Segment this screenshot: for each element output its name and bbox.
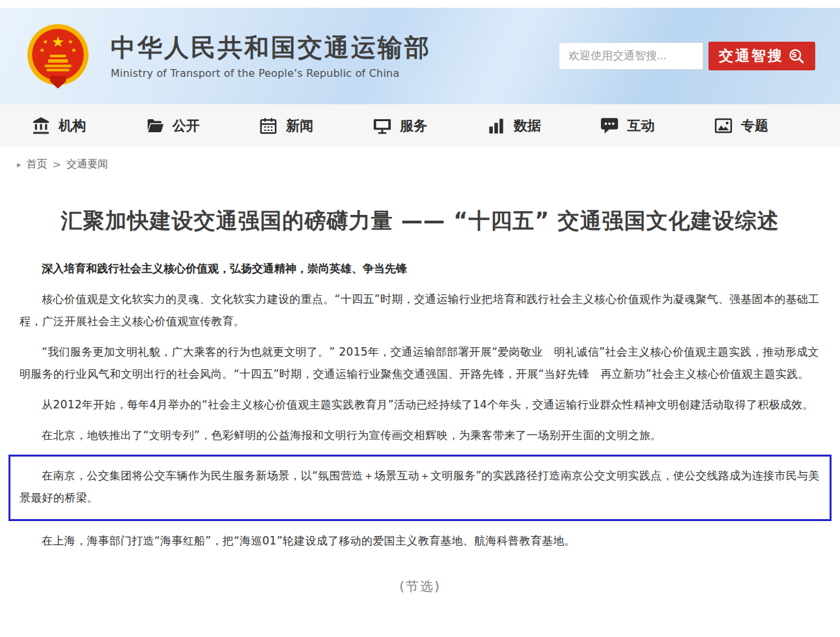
search-area: 交通智搜 S <box>559 42 815 70</box>
breadcrumb: ▸ 首页 > 交通要闻 <box>0 147 840 178</box>
article-lead: 深入培育和践行社会主义核心价值观，弘扬交通精神，崇尚英雄、争当先锋 <box>20 258 820 279</box>
article-paragraph: 从2012年开始，每年4月举办的“社会主义核心价值观主题实践教育月”活动已经持续… <box>20 393 820 416</box>
nav-item-services[interactable]: 服务 <box>372 116 427 135</box>
magnifier-s-icon: S <box>788 48 805 64</box>
site-title: 中华人民共和国交通运输部 <box>111 33 431 64</box>
page-header: ★ ★ ★ ★ ★ 中华人民共和国交通运输部 Ministry of Trans… <box>0 8 840 104</box>
svg-text:★: ★ <box>71 46 76 53</box>
svg-text:S: S <box>792 50 799 59</box>
article-paragraph: 核心价值观是文化软实力的灵魂、文化软实力建设的重点。“十四五”时期，交通运输行业… <box>20 288 820 332</box>
folder-icon <box>145 116 165 135</box>
breadcrumb-separator: > <box>53 158 61 171</box>
bar-chart-icon <box>486 116 506 135</box>
highlighted-paragraph: 在南京，公交集团将公交车辆作为民生服务新场景，以“氛围营造＋场景互动＋文明服务”… <box>20 464 820 509</box>
nav-item-data[interactable]: 数据 <box>486 116 541 135</box>
svg-text:★: ★ <box>68 38 73 45</box>
search-input[interactable] <box>559 42 703 70</box>
svg-text:★: ★ <box>39 46 44 53</box>
china-national-emblem-icon: ★ ★ ★ ★ ★ <box>25 23 91 89</box>
nav-item-label: 新闻 <box>286 117 313 135</box>
main-nav: 机构 公开 新闻 服务 数据 <box>0 104 840 147</box>
breadcrumb-home-link[interactable]: 首页 <box>27 158 48 171</box>
nav-item-interaction[interactable]: 互动 <box>600 116 654 135</box>
nav-item-label: 专题 <box>741 117 768 135</box>
monitor-icon <box>372 116 392 135</box>
site-logo[interactable]: ★ ★ ★ ★ ★ 中华人民共和国交通运输部 Ministry of Trans… <box>25 23 431 89</box>
site-subtitle: Ministry of Transport of the People’s Re… <box>111 67 431 79</box>
article-title: 汇聚加快建设交通强国的磅礴力量 —— “十四五” 交通强国文化建设综述 <box>26 206 814 236</box>
nav-item-institutions[interactable]: 机构 <box>31 116 86 135</box>
nav-item-disclosure[interactable]: 公开 <box>145 116 200 135</box>
nav-item-news[interactable]: 新闻 <box>259 116 313 135</box>
nav-item-label: 互动 <box>627 117 654 135</box>
article-paragraph: 在上海，海事部门打造“海事红船”，把“海巡01”轮建设成了移动的爱国主义教育基地… <box>20 530 820 552</box>
search-button-label: 交通智搜 <box>719 46 784 66</box>
breadcrumb-current[interactable]: 交通要闻 <box>66 158 108 171</box>
speech-bubble-icon <box>600 116 619 135</box>
picture-icon <box>714 116 733 135</box>
nav-item-label: 数据 <box>514 117 541 135</box>
svg-text:★: ★ <box>43 38 48 45</box>
search-button[interactable]: 交通智搜 S <box>708 42 815 70</box>
nav-item-label: 服务 <box>400 117 427 135</box>
svg-text:★: ★ <box>51 33 64 50</box>
bank-icon <box>31 116 51 135</box>
article-body: 汇聚加快建设交通强国的磅礴力量 —— “十四五” 交通强国文化建设综述 深入培育… <box>0 206 840 595</box>
nav-item-label: 机构 <box>59 117 86 135</box>
breadcrumb-arrow-icon: ▸ <box>17 160 21 169</box>
highlight-annotation-box: 在南京，公交集团将公交车辆作为民生服务新场景，以“氛围营造＋场景互动＋文明服务”… <box>8 455 832 521</box>
nav-item-label: 公开 <box>173 117 200 135</box>
excerpt-note: (节选) <box>20 578 820 595</box>
nav-item-topics[interactable]: 专题 <box>714 116 768 135</box>
article-paragraph: “我们服务更加文明礼貌，广大乘客的行为也就更文明了。” 2015年，交通运输部部… <box>20 341 820 385</box>
article-paragraph: 在北京，地铁推出了“文明专列”，色彩鲜明的公益海报和文明行为宣传画交相辉映，为乘… <box>20 424 820 446</box>
calendar-icon <box>259 116 278 135</box>
